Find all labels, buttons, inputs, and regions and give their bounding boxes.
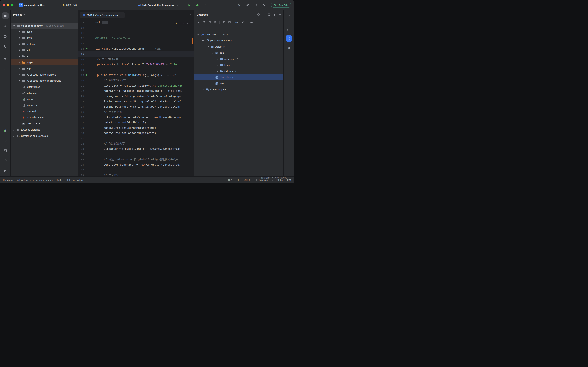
notifications-tool-button[interactable] xyxy=(286,13,292,19)
project-tree-item[interactable]: External Libraries xyxy=(11,127,78,133)
project-tree-item[interactable]: .mvn xyxy=(11,35,78,41)
project-tree-item[interactable]: target xyxy=(11,59,78,66)
code-line[interactable]: 30 dataSource.setPassword(password); xyxy=(78,130,194,136)
code-line[interactable]: 24 String username = String.valueOf(data… xyxy=(78,99,194,104)
line-number[interactable]: 22 xyxy=(78,90,84,92)
database-tool-button[interactable] xyxy=(286,35,292,42)
next-issue-icon[interactable] xyxy=(186,22,188,25)
expand-chevron-icon[interactable] xyxy=(211,82,214,85)
project-tool-button[interactable] xyxy=(2,12,8,19)
expand-chevron-icon[interactable] xyxy=(202,88,204,91)
expand-chevron-icon[interactable] xyxy=(18,30,21,33)
line-number[interactable]: 30 xyxy=(78,132,84,134)
line-number[interactable]: 13 xyxy=(78,42,84,45)
code-line[interactable]: 15 xyxy=(78,51,194,57)
line-number[interactable]: 10 xyxy=(78,26,84,29)
breadcrumb-item[interactable]: tables xyxy=(57,179,63,181)
search-everywhere-icon[interactable] xyxy=(254,4,257,7)
maven-tool-button[interactable]: m xyxy=(286,44,292,51)
refresh-icon[interactable] xyxy=(208,21,211,24)
code-line[interactable]: 18 xyxy=(78,67,194,72)
project-tree-item[interactable]: Scratches and Consoles xyxy=(11,133,78,139)
line-number[interactable]: 37 xyxy=(78,169,84,171)
expand-chevron-icon[interactable] xyxy=(18,55,21,58)
more-actions-button[interactable] xyxy=(204,4,207,7)
project-tree-item[interactable]: .gitignore xyxy=(11,90,78,96)
author-inlay[interactable]: 1-鱼皮 xyxy=(152,47,161,50)
editor-tab[interactable]: C MyBatisCodeGenerator.java xyxy=(80,12,125,18)
code-line[interactable]: 28 dataSource.setJdbcUrl(url); xyxy=(78,120,194,125)
code-line[interactable]: 34 xyxy=(78,151,194,157)
line-number[interactable]: 32 xyxy=(78,142,84,145)
project-tree-item[interactable]: README.md xyxy=(11,121,78,127)
expand-chevron-icon[interactable] xyxy=(18,36,21,40)
code-line[interactable]: 22 Map<String, Object> dataSourceConfig … xyxy=(78,88,194,93)
expand-chevron-icon[interactable] xyxy=(211,51,214,54)
breadcrumb-item[interactable]: @localhost xyxy=(17,179,28,181)
project-tree-item[interactable]: mvnw.cmd xyxy=(11,102,78,108)
code-line[interactable]: 29 dataSource.setUsername(username); xyxy=(78,125,194,130)
breadcrumb-item[interactable]: Database xyxy=(3,179,13,181)
database-tree-item[interactable]: yu_ai_code_mother xyxy=(194,38,284,44)
gutter[interactable] xyxy=(84,74,90,76)
line-number[interactable]: 27 xyxy=(78,116,84,119)
run-tool-button[interactable] xyxy=(2,137,8,143)
line-number[interactable]: 34 xyxy=(78,153,84,156)
ai-assistant-tool-button[interactable] xyxy=(286,27,292,33)
vcs-widget[interactable]: 893918c8 xyxy=(61,3,82,7)
disconnect-icon[interactable] xyxy=(214,21,217,24)
line-number[interactable]: 36 xyxy=(78,163,84,166)
line-number[interactable]: 31 xyxy=(78,137,84,140)
datasource-properties-icon[interactable] xyxy=(203,21,205,24)
database-tree-item[interactable]: @localhost1 of 17 xyxy=(194,32,284,38)
code-line[interactable]: 23 String url = String.valueOf(dataSourc… xyxy=(78,93,194,99)
database-tree-item[interactable]: app xyxy=(194,50,284,56)
project-tree-item[interactable]: yu-ai-code-mother-frontend xyxy=(11,72,78,78)
structure-tool-button[interactable] xyxy=(2,56,8,62)
line-number[interactable]: 19 xyxy=(78,74,84,76)
tab-options-icon[interactable] xyxy=(189,14,192,17)
zoom-window-button[interactable] xyxy=(10,4,13,6)
line-number[interactable]: 15 xyxy=(78,53,84,55)
code-line[interactable]: 31 xyxy=(78,136,194,141)
code-line[interactable]: 33 GlobalConfig globalConfig = createGlo… xyxy=(78,146,194,151)
line-number[interactable]: 26 xyxy=(78,111,84,113)
preview-tool-button[interactable] xyxy=(2,33,8,40)
new-datasource-icon[interactable] xyxy=(197,21,200,24)
preview-eye-icon[interactable] xyxy=(250,21,253,24)
code-line[interactable]: 26 // 配置数据源 xyxy=(78,109,194,115)
database-tree-item[interactable]: user xyxy=(194,80,284,87)
project-tree-item[interactable]: yu-ai-code-mother~/Code/yu-ai-cod xyxy=(11,23,78,29)
line-number[interactable]: 17 xyxy=(78,63,84,66)
database-tree-item[interactable]: columns13 xyxy=(194,56,284,62)
expand-chevron-icon[interactable] xyxy=(18,67,21,70)
project-tree-item[interactable]: prometheus.yml xyxy=(11,115,78,121)
project-tree-item[interactable]: mvnw xyxy=(11,96,78,102)
database-tree-item[interactable]: tables3 xyxy=(194,44,284,50)
expand-chevron-icon[interactable] xyxy=(18,79,21,82)
line-number[interactable]: 14 xyxy=(78,47,84,50)
database-tree-item[interactable]: keys2 xyxy=(194,62,284,68)
close-tab-icon[interactable] xyxy=(119,14,122,17)
expand-chevron-icon[interactable] xyxy=(12,128,16,131)
table-data-icon[interactable] xyxy=(228,21,231,24)
pull-requests-tool-button[interactable] xyxy=(2,43,8,50)
gutter[interactable] xyxy=(84,48,90,50)
settings-gear-icon[interactable] xyxy=(262,4,266,7)
code-line[interactable]: 27 HikariDataSource dataSource = new Hik… xyxy=(78,115,194,120)
run-configuration-selector[interactable]: YuAiCodeMotherApplication xyxy=(136,3,180,8)
project-tree-item[interactable]: grafana xyxy=(11,41,78,47)
expand-chevron-icon[interactable] xyxy=(202,39,204,42)
version-control-tool-button[interactable] xyxy=(2,168,8,174)
line-number[interactable]: 20 xyxy=(78,79,84,82)
code-line[interactable]: 20 // 获取数据元信息 xyxy=(78,78,194,83)
line-number[interactable]: 24 xyxy=(78,100,84,103)
expand-chevron-icon[interactable] xyxy=(216,58,219,60)
code-line[interactable]: 32 // 创建配置内容 xyxy=(78,141,194,146)
project-tree-item[interactable]: sql xyxy=(11,47,78,53)
code-line[interactable]: 35 // 通过 datasource 和 globalConfig 创建代码生… xyxy=(78,157,194,162)
line-number[interactable]: 28 xyxy=(78,121,84,124)
expand-chevron-icon[interactable] xyxy=(12,24,16,27)
database-tree-item[interactable]: indexes4 xyxy=(194,68,284,74)
database-tree-item[interactable]: Server Objects xyxy=(194,87,284,93)
